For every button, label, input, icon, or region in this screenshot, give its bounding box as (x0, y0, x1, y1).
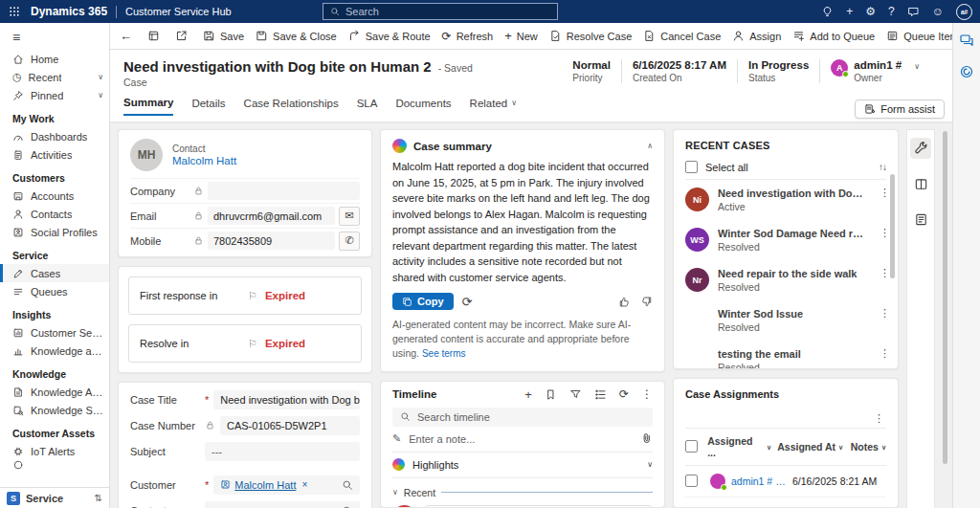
mobile-value[interactable]: 7802435809 (208, 232, 335, 250)
owner-link[interactable]: admin1 # (854, 59, 902, 71)
assign-button[interactable]: Assign (726, 27, 787, 45)
more-icon[interactable]: ⋮ (641, 388, 653, 400)
cancel-case-button[interactable]: Cancel Case (637, 27, 726, 45)
knowledge-pane-button[interactable] (910, 173, 931, 194)
chevron-down-icon[interactable]: ∨ (914, 63, 920, 71)
select-all-checkbox[interactable] (685, 440, 698, 453)
sidebar-item-partial[interactable] (0, 460, 109, 470)
send-email-button[interactable]: ✉ (339, 207, 360, 226)
lightbulb-icon[interactable] (821, 6, 834, 18)
more-icon[interactable]: ⋮ (880, 308, 890, 319)
sidebar-item-contacts[interactable]: Contacts (0, 205, 109, 223)
bookmark-icon[interactable] (545, 388, 557, 401)
posts-pane-button[interactable] (910, 209, 931, 230)
gear-icon[interactable]: ⚙ (865, 6, 876, 17)
filter-icon[interactable] (569, 388, 582, 401)
recent-group-header[interactable]: ∨ Recent (392, 487, 653, 498)
hamburger-menu-icon[interactable]: ≡ (0, 23, 109, 50)
new-button[interactable]: +New (499, 27, 544, 45)
more-icon[interactable]: ⋮ (880, 188, 890, 198)
assignee-link[interactable]: admin1 # (... (731, 475, 787, 487)
sidebar-item-queues[interactable]: Queues (0, 282, 109, 300)
remove-customer-icon[interactable]: × (301, 480, 307, 490)
recent-case-row[interactable]: WS Winter Sod Damage Need repair 4 Resol… (674, 220, 898, 260)
search-icon[interactable] (342, 479, 353, 491)
sidebar-item-accounts[interactable]: Accounts (0, 187, 109, 205)
add-icon[interactable]: + (846, 6, 853, 17)
back-button[interactable]: ← (114, 27, 138, 45)
regenerate-icon[interactable]: ⟳ (462, 296, 473, 308)
recent-cases-scrollbar[interactable] (890, 174, 895, 361)
sidebar-item-dashboards[interactable]: Dashboards (0, 127, 109, 145)
area-switcher[interactable]: S Service ⇅ (0, 487, 109, 508)
global-search-input[interactable]: Search (323, 3, 558, 20)
sort-settings-icon[interactable] (594, 388, 607, 401)
sidebar-item-customer-service[interactable]: Customer Service ... (0, 323, 109, 342)
case-number-input[interactable]: CAS-01065-D5W2P1 (220, 416, 360, 435)
see-terms-link[interactable]: See terms (422, 348, 466, 359)
sidebar-item-knowledge-analytics[interactable]: Knowledge analyt... (0, 342, 109, 360)
company-value[interactable] (208, 182, 360, 200)
resolve-case-button[interactable]: Resolve Case (544, 27, 637, 45)
sidebar-item-home[interactable]: Home (0, 50, 109, 68)
column-assigned[interactable]: Assigned ...∨ (707, 435, 771, 458)
copilot-icon[interactable] (959, 64, 974, 79)
sidebar-item-knowledge-articles[interactable]: Knowledge Articles (0, 383, 109, 401)
productivity-tools-button[interactable] (910, 138, 931, 159)
sidebar-item-activities[interactable]: Activities (0, 145, 109, 164)
column-assigned-at[interactable]: Assigned At∨ (777, 441, 844, 453)
user-avatar[interactable]: a# (956, 4, 972, 20)
tab-related[interactable]: Related∨ (470, 97, 518, 116)
owner-field[interactable]: A admin1 # Owner (819, 59, 912, 83)
contact-input[interactable]: --- (205, 501, 360, 508)
form-assist-button[interactable]: Form assist (855, 99, 945, 119)
app-name[interactable]: Customer Service Hub (125, 6, 232, 17)
subject-input[interactable]: --- (205, 442, 360, 461)
tab-sla[interactable]: SLA (357, 97, 378, 116)
more-icon[interactable]: ⋮ (880, 268, 890, 278)
assignment-row[interactable]: admin1 # (... 6/16/2025 8:21 AM (685, 466, 886, 497)
smiley-icon[interactable]: ☺ (932, 6, 944, 17)
popout-button[interactable] (169, 27, 193, 45)
thumbs-up-icon[interactable] (618, 296, 631, 308)
recent-case-row[interactable]: tt testing the email Resolved ⋮ (674, 341, 898, 369)
add-to-queue-button[interactable]: Add to Queue (787, 27, 880, 45)
sidebar-item-iot-alerts[interactable]: IoT Alerts (0, 442, 109, 460)
sidebar-item-recent[interactable]: ◷ Recent ∨ (0, 68, 109, 86)
feedback-chat-icon[interactable] (907, 6, 920, 18)
call-phone-button[interactable]: ✆ (339, 232, 360, 251)
customer-input[interactable]: Malcolm Hatt × (213, 475, 360, 495)
sort-icon[interactable]: ↑↓ (879, 163, 886, 172)
highlights-section[interactable]: Highlights ∨ (392, 453, 653, 478)
more-icon[interactable]: ⋮ (880, 228, 890, 238)
search-icon[interactable] (342, 505, 353, 508)
save-route-button[interactable]: Save & Route (343, 27, 436, 45)
tab-documents[interactable]: Documents (395, 97, 451, 116)
add-activity-icon[interactable]: + (524, 388, 532, 401)
paperclip-icon[interactable] (640, 432, 653, 445)
email-value[interactable]: dhruvcrm6@gmail.com (208, 207, 335, 225)
refresh-icon[interactable]: ⟳ (619, 388, 629, 400)
sidebar-item-pinned[interactable]: Pinned ∨ (0, 86, 109, 104)
enter-note-input[interactable]: ✎ Enter a note... (392, 427, 653, 453)
chevron-down-icon[interactable]: ∨ (98, 74, 103, 81)
chevron-down-icon[interactable]: ∨ (98, 92, 103, 99)
waffle-menu-icon[interactable] (0, 6, 29, 17)
row-checkbox[interactable] (685, 475, 698, 487)
save-button[interactable]: Save (197, 27, 250, 45)
customer-lookup-link[interactable]: Malcolm Hatt (234, 479, 296, 491)
more-icon[interactable]: ⋮ (687, 413, 884, 424)
brand-title[interactable]: Dynamics 365 (31, 5, 107, 18)
sidebar-item-social-profiles[interactable]: Social Profiles (0, 223, 109, 241)
timeline-search-input[interactable]: Search timeline (392, 408, 653, 427)
teams-chat-icon[interactable] (959, 33, 974, 48)
recent-case-row[interactable]: WS Winter Sod Issue Resolved ⋮ (674, 300, 898, 341)
tab-details[interactable]: Details (191, 97, 225, 116)
contact-name-link[interactable]: Malcolm Hatt (172, 155, 236, 166)
more-icon[interactable]: ⋮ (880, 348, 890, 359)
chevron-up-icon[interactable]: ∧ (647, 143, 653, 150)
tab-summary[interactable]: Summary (123, 97, 173, 116)
select-all-checkbox[interactable] (685, 161, 698, 173)
page-scrollbar[interactable] (943, 129, 948, 508)
sidebar-item-knowledge-search[interactable]: Knowledge Search (0, 401, 109, 419)
